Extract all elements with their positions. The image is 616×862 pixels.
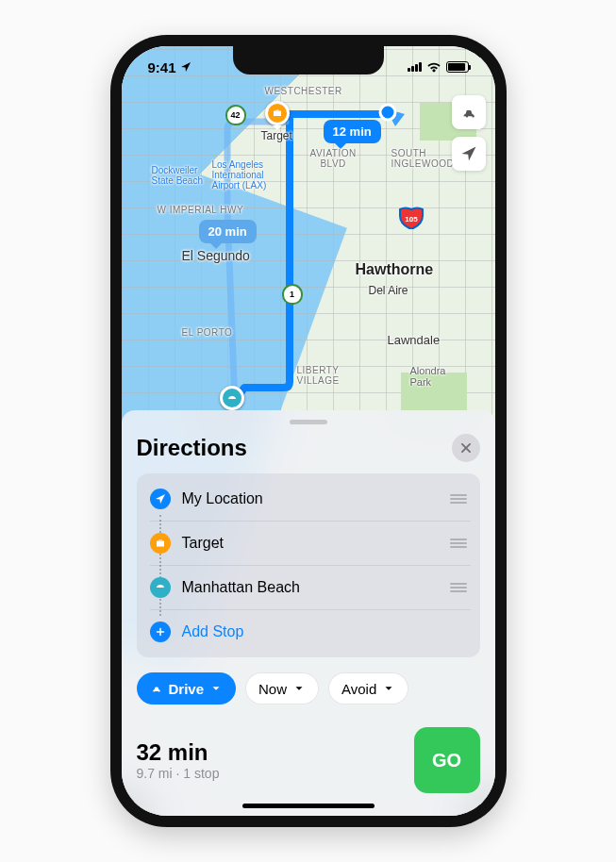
route-shield-1: 1 [282,284,303,305]
stop-row-origin[interactable]: My Location [150,477,471,522]
now-label: Now [258,681,287,697]
location-services-icon [180,61,191,73]
sheet-title: Directions [137,435,247,461]
close-button[interactable] [452,434,480,462]
chevron-down-icon [382,682,395,695]
svg-point-0 [380,105,395,120]
sheet-grabber[interactable] [290,420,327,424]
chevron-down-icon [209,682,223,695]
map-label: W IMPERIAL HWY [158,205,244,215]
chevron-down-icon [292,682,306,695]
avoid-button[interactable]: Avoid [328,672,408,705]
travel-mode-button[interactable] [452,95,486,129]
map-label: Lawndale [388,333,441,347]
map-label: Alondra Park [410,365,446,388]
wifi-icon [426,61,441,73]
map-label: LIBERTY VILLAGE [297,365,340,386]
location-arrow-icon [150,489,171,509]
plus-icon [150,622,171,642]
map-label: Del Aire [369,284,408,297]
route-eta-primary[interactable]: 12 min [324,120,381,143]
reorder-handle[interactable] [446,490,471,507]
map-label: Los Angeles International Airport (LAX) [212,159,267,191]
stop-row-target[interactable]: Target [150,522,471,566]
svg-text:105: 105 [405,215,418,224]
eta-time: 32 min [137,739,220,766]
map-pin-manhattan-beach[interactable] [220,386,244,410]
status-time: 9:41 [148,59,176,75]
add-stop-button[interactable]: Add Stop [150,610,471,654]
map-label: Hawthorne [356,261,434,278]
map-label: SOUTH INGLEWOOD [391,148,455,169]
svg-rect-3 [157,541,164,547]
cellular-signal-icon [408,62,422,72]
route-shield-i105: 105 [399,207,424,229]
svg-rect-1 [274,111,281,117]
screen: 9:41 [122,46,495,816]
go-button[interactable]: GO [414,727,480,793]
eta-summary: 32 min 9.7 mi · 1 stop GO [137,720,480,810]
directions-sheet[interactable]: Directions My Location [122,410,495,816]
drive-mode-button[interactable]: Drive [137,672,237,705]
avoid-label: Avoid [341,681,376,697]
iphone-frame: 9:41 [110,35,507,827]
map-label: El Segundo [182,248,250,263]
stops-list: My Location Target Manhattan Beach [137,473,480,657]
stop-label: Target [182,535,435,552]
drive-label: Drive [169,681,205,697]
reorder-handle[interactable] [446,579,471,596]
home-indicator[interactable] [242,804,375,808]
close-icon [459,441,473,455]
stop-label: Manhattan Beach [182,579,435,596]
battery-icon [446,61,469,73]
stop-label: My Location [182,490,435,507]
map-label-target: Target [261,129,292,142]
map-label: Dockweiler State Beach [152,165,203,186]
depart-time-button[interactable]: Now [245,672,319,705]
map-pin-target[interactable] [265,101,290,125]
route-shield-42: 42 [225,105,246,125]
umbrella-icon [150,577,171,598]
car-icon [150,682,163,695]
reorder-handle[interactable] [446,535,471,552]
map-label: AVIATION BLVD [310,148,357,169]
shopping-bag-icon [150,533,171,554]
recenter-button[interactable] [452,137,486,171]
mode-pills: Drive Now Avoid [137,672,480,705]
route-eta-alternate[interactable]: 20 min [199,220,257,243]
notch [233,46,384,75]
stop-row-destination[interactable]: Manhattan Beach [150,566,471,610]
add-stop-label: Add Stop [182,623,471,640]
map-label: EL PORTO [182,327,233,338]
eta-subtitle: 9.7 mi · 1 stop [137,766,220,781]
